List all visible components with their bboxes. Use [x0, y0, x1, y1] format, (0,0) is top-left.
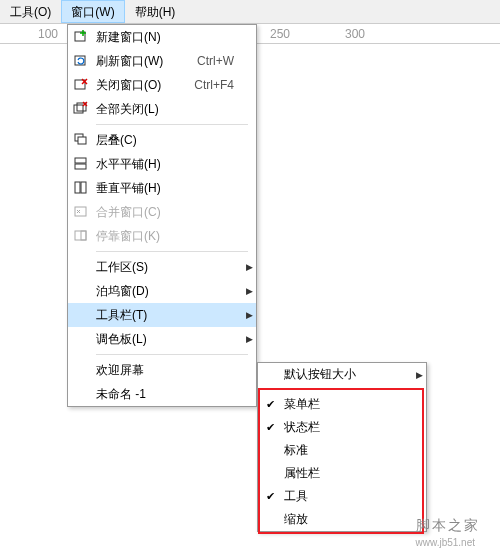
svg-rect-13: [75, 158, 86, 163]
menu-window[interactable]: 窗口(W): [61, 0, 124, 23]
menuitem-document-unnamed[interactable]: 未命名 -1: [68, 382, 256, 406]
subitem-propbar[interactable]: 属性栏: [258, 462, 426, 485]
menu-help[interactable]: 帮助(H): [125, 0, 186, 23]
close-window-icon: [68, 77, 94, 93]
svg-rect-15: [75, 182, 80, 193]
watermark-url: www.jb51.net: [416, 537, 475, 548]
subitem-standard[interactable]: 标准: [258, 439, 426, 462]
tile-h-icon: [68, 156, 94, 172]
svg-rect-17: [75, 207, 86, 216]
menuitem-close-all[interactable]: 全部关闭(L): [68, 97, 256, 121]
window-menu-dropdown: 新建窗口(N) 刷新窗口(W)Ctrl+W 关闭窗口(O)Ctrl+F4 全部关…: [67, 24, 257, 407]
subitem-default-size[interactable]: 默认按钮大小▶: [258, 363, 426, 386]
svg-rect-12: [78, 137, 86, 144]
close-all-icon: [68, 101, 94, 117]
menuitem-cascade[interactable]: 层叠(C): [68, 128, 256, 152]
svg-rect-21: [81, 231, 86, 240]
subitem-menubar[interactable]: ✔菜单栏: [258, 393, 426, 416]
svg-rect-7: [74, 105, 83, 113]
menuitem-close-window[interactable]: 关闭窗口(O)Ctrl+F4: [68, 73, 256, 97]
tile-v-icon: [68, 180, 94, 196]
new-window-icon: [68, 29, 94, 45]
watermark-text: 脚本之家: [416, 517, 480, 535]
refresh-icon: [68, 53, 94, 69]
menuitem-workspace[interactable]: 工作区(S)▶: [68, 255, 256, 279]
menuitem-tile-horizontal[interactable]: 水平平铺(H): [68, 152, 256, 176]
menu-tools[interactable]: 工具(O): [0, 0, 61, 23]
menubar: 工具(O) 窗口(W) 帮助(H): [0, 0, 500, 24]
svg-rect-14: [75, 164, 86, 169]
menuitem-refresh-window[interactable]: 刷新窗口(W)Ctrl+W: [68, 49, 256, 73]
svg-rect-16: [81, 182, 86, 193]
menuitem-dockers[interactable]: 泊坞窗(D)▶: [68, 279, 256, 303]
subitem-zoom[interactable]: 缩放: [258, 508, 426, 531]
menuitem-new-window[interactable]: 新建窗口(N): [68, 25, 256, 49]
cascade-icon: [68, 132, 94, 148]
check-icon: ✔: [258, 398, 282, 411]
menuitem-dock-window: 停靠窗口(K): [68, 224, 256, 248]
menuitem-toolbars[interactable]: 工具栏(T)▶: [68, 303, 256, 327]
subitem-tools[interactable]: ✔工具: [258, 485, 426, 508]
menuitem-palettes[interactable]: 调色板(L)▶: [68, 327, 256, 351]
combine-icon: [68, 204, 94, 220]
menuitem-tile-vertical[interactable]: 垂直平铺(H): [68, 176, 256, 200]
check-icon: ✔: [258, 490, 282, 503]
menuitem-combine-window: 合并窗口(C): [68, 200, 256, 224]
check-icon: ✔: [258, 421, 282, 434]
menuitem-welcome[interactable]: 欢迎屏幕: [68, 358, 256, 382]
toolbars-submenu: 默认按钮大小▶ ✔菜单栏 ✔状态栏 标准 属性栏 ✔工具 缩放: [257, 362, 427, 532]
subitem-statusbar[interactable]: ✔状态栏: [258, 416, 426, 439]
dock-icon: [68, 228, 94, 244]
